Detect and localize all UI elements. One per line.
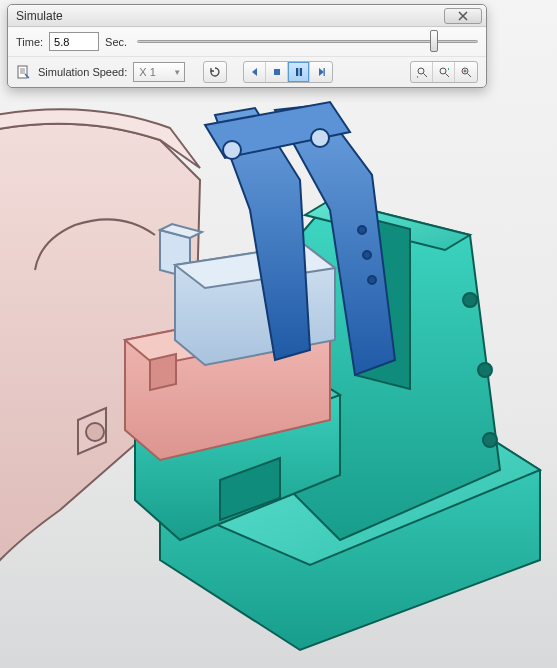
time-label: Time: <box>16 36 43 48</box>
simulate-window: Simulate Time: Sec. Simulation Speed: X … <box>7 4 487 88</box>
close-icon <box>458 11 468 21</box>
svg-rect-10 <box>274 69 280 75</box>
time-input[interactable] <box>49 32 99 51</box>
svg-point-3 <box>483 433 497 447</box>
svg-point-1 <box>463 293 477 307</box>
svg-point-14 <box>418 68 424 74</box>
zoom-previous-icon <box>416 66 428 78</box>
zoom-fit-icon <box>460 66 472 78</box>
refresh-group <box>203 61 227 83</box>
svg-rect-9 <box>18 66 27 78</box>
zoom-previous-button[interactable] <box>411 62 433 82</box>
playback-group <box>243 61 333 83</box>
svg-point-15 <box>440 68 446 74</box>
options-properties-icon <box>16 64 32 80</box>
svg-rect-13 <box>324 68 325 76</box>
zoom-next-button[interactable] <box>433 62 455 82</box>
stop-icon <box>271 66 283 78</box>
slider-thumb[interactable] <box>430 30 438 52</box>
slider-track <box>137 40 478 43</box>
step-forward-icon <box>315 66 327 78</box>
step-forward-button[interactable] <box>310 62 332 82</box>
cad-viewport[interactable] <box>0 0 557 668</box>
close-button[interactable] <box>444 8 482 24</box>
titlebar[interactable]: Simulate <box>8 5 486 27</box>
options-button[interactable] <box>16 64 32 80</box>
time-row: Time: Sec. <box>8 27 486 57</box>
speed-label: Simulation Speed: <box>38 66 127 78</box>
pause-icon <box>293 66 305 78</box>
time-unit-label: Sec. <box>105 36 127 48</box>
svg-point-2 <box>478 363 492 377</box>
chevron-down-icon: ▼ <box>173 68 181 77</box>
svg-rect-12 <box>299 68 301 76</box>
speed-select[interactable]: X 1 ▼ <box>133 62 185 82</box>
zoom-fit-button[interactable] <box>455 62 477 82</box>
zoom-next-icon <box>438 66 450 78</box>
time-slider[interactable] <box>137 32 478 52</box>
controls-row: Simulation Speed: X 1 ▼ <box>8 57 486 87</box>
refresh-button[interactable] <box>204 62 226 82</box>
cad-model-render <box>0 0 557 668</box>
stop-button[interactable] <box>266 62 288 82</box>
refresh-icon <box>209 66 221 78</box>
svg-point-6 <box>358 226 366 234</box>
svg-rect-11 <box>296 68 298 76</box>
svg-point-0 <box>86 423 104 441</box>
view-group <box>410 61 478 83</box>
svg-point-4 <box>223 141 241 159</box>
step-back-button[interactable] <box>244 62 266 82</box>
window-title: Simulate <box>16 9 444 23</box>
svg-point-8 <box>368 276 376 284</box>
svg-point-5 <box>311 129 329 147</box>
step-back-icon <box>249 66 261 78</box>
svg-point-7 <box>363 251 371 259</box>
speed-value: X 1 <box>139 66 156 78</box>
pause-button[interactable] <box>288 62 310 82</box>
